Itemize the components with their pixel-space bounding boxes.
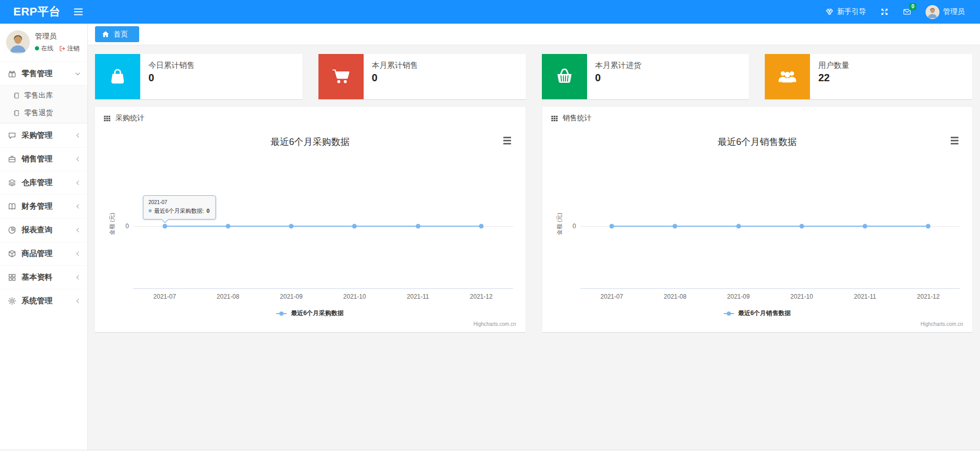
x-axis-label: 2021-10: [790, 293, 813, 300]
sidebar-item-label: 商品管理: [22, 249, 69, 259]
sidebar-menu: 零售管理零售出库零售退货采购管理销售管理仓库管理财务管理报表查询商品管理基本资料…: [0, 62, 87, 313]
stat-card[interactable]: 今日累计销售0: [95, 54, 303, 99]
sidebar-item[interactable]: 财务管理: [0, 194, 87, 218]
sidebar-item[interactable]: 系统管理: [0, 289, 87, 313]
stat-card[interactable]: 用户数量22: [765, 54, 972, 99]
stat-card-label: 用户数量: [818, 61, 849, 70]
data-point[interactable]: [799, 224, 804, 228]
data-point[interactable]: [479, 224, 483, 228]
data-point[interactable]: [736, 224, 741, 228]
breadcrumb: 首页: [88, 24, 980, 45]
cart-icon: [318, 54, 364, 99]
grid-icon: [551, 115, 558, 122]
data-point[interactable]: [863, 224, 868, 228]
breadcrumb-home-label: 首页: [114, 30, 128, 39]
chevron-left-icon: [74, 132, 81, 139]
stat-card-value: 0: [595, 72, 642, 84]
stat-card-value: 0: [148, 72, 195, 84]
data-point[interactable]: [610, 224, 614, 228]
chart-title: 最近6个月采购数据: [100, 136, 520, 148]
navbar-right: 新手引导 0 管理员: [825, 5, 980, 19]
y-axis-title: 金额 (元): [555, 206, 563, 242]
sidebar-item-label: 财务管理: [22, 202, 69, 211]
sidebar-item[interactable]: 商品管理: [0, 242, 87, 265]
legend-item[interactable]: 最近6个月采购数据: [100, 309, 520, 318]
book-icon: [8, 202, 16, 211]
stat-card-value: 22: [818, 72, 849, 84]
tooltip-arrow: [161, 215, 168, 223]
breadcrumb-tab-home[interactable]: 首页: [95, 26, 139, 42]
sidebar-subitem[interactable]: 零售出库: [0, 87, 87, 104]
data-point[interactable]: [926, 224, 931, 228]
box-icon: [8, 249, 16, 258]
messages-button[interactable]: 0: [903, 8, 911, 16]
gem-icon: [825, 8, 834, 16]
sidebar-item[interactable]: 销售管理: [0, 147, 87, 171]
purchase-chart: 最近6个月采购数据 金额 (元) 0 2021-07 最近6个月采购数据:: [100, 130, 520, 329]
data-point[interactable]: [225, 224, 230, 228]
fullscreen-icon: [880, 8, 889, 16]
data-point[interactable]: [416, 224, 420, 228]
chevron-left-icon: [74, 298, 81, 304]
stat-card-label: 今日累计销售: [148, 61, 195, 70]
stat-card[interactable]: 本月累计进货0: [542, 54, 749, 99]
y-axis-tick: 0: [573, 223, 576, 230]
legend-marker-icon: [724, 313, 734, 314]
sidebar-item[interactable]: 基本资料: [0, 265, 87, 289]
plot-area: 0 2021-072021-082021-092021-102021-11202…: [580, 158, 960, 289]
data-point[interactable]: [673, 224, 677, 228]
stat-card-label: 本月累计销售: [372, 61, 418, 70]
sidebar-item[interactable]: 报表查询: [0, 218, 87, 242]
logout-link[interactable]: 注销: [59, 44, 80, 53]
chevron-left-icon: [74, 179, 81, 186]
tooltip-category: 2021-07: [148, 199, 210, 205]
user-info: 管理员 在线 注销: [35, 32, 80, 53]
brand-logo[interactable]: ERP平台: [0, 4, 71, 20]
user-menu[interactable]: 管理员: [926, 5, 965, 19]
stat-card[interactable]: 本月累计销售0: [318, 54, 526, 99]
sidebar-item[interactable]: 仓库管理: [0, 171, 87, 194]
guide-link[interactable]: 新手引导: [825, 7, 866, 16]
x-axis-label: 2021-11: [854, 293, 876, 300]
basket-icon: [542, 54, 587, 99]
plot-area: 0 2021-07 最近6个月采购数据: 0 2021-072021-08202…: [133, 158, 513, 289]
x-axis-label: 2021-09: [727, 293, 750, 300]
legend-item[interactable]: 最近6个月销售数据: [548, 309, 968, 318]
grid-icon: [103, 115, 111, 122]
x-axis-label: 2021-07: [154, 293, 176, 300]
data-point[interactable]: [162, 224, 167, 228]
fullscreen-button[interactable]: [880, 8, 889, 16]
tooltip-series-dot: [148, 209, 152, 212]
panel-title: 销售统计: [563, 114, 592, 123]
highcharts-credits[interactable]: Highcharts.com.cn: [474, 321, 516, 327]
data-point[interactable]: [352, 224, 357, 228]
sidebar-subitem[interactable]: 零售退货: [0, 104, 87, 122]
users-icon: [765, 54, 810, 99]
gift-icon: [8, 69, 16, 78]
sidebar-item[interactable]: 零售管理: [0, 62, 87, 85]
chart-context-menu-button[interactable]: [948, 135, 961, 146]
page-footer: [0, 450, 980, 457]
sidebar-item-label: 系统管理: [22, 296, 69, 306]
sales-chart: 最近6个月销售数据 金额 (元) 0 2021-072021-082021-09…: [548, 130, 968, 329]
sidebar-user-name: 管理员: [35, 32, 80, 41]
legend-label: 最近6个月采购数据: [291, 309, 344, 318]
x-axis-label: 2021-08: [217, 293, 239, 300]
x-axis-label: 2021-12: [470, 293, 493, 300]
highcharts-credits[interactable]: Highcharts.com.cn: [920, 321, 963, 327]
chart-context-menu-button[interactable]: [501, 135, 514, 146]
bag-icon: [95, 54, 140, 99]
data-point[interactable]: [289, 224, 294, 228]
tooltip-value: 0: [206, 208, 210, 214]
pie-chart-icon: [8, 226, 16, 234]
sidebar-toggle-button[interactable]: [71, 4, 86, 20]
charts-row: 采购统计 最近6个月采购数据 金额 (元) 0 2021-07: [95, 107, 972, 332]
chevron-left-icon: [74, 203, 81, 210]
sidebar-item-label: 仓库管理: [22, 178, 69, 188]
x-axis-label: 2021-09: [280, 293, 303, 300]
message-badge: 0: [909, 3, 916, 10]
sidebar-item[interactable]: 采购管理: [0, 123, 87, 147]
sidebar-item-label: 零售管理: [22, 69, 69, 79]
logout-icon: [59, 45, 66, 52]
panel-header: 采购统计: [95, 107, 525, 130]
